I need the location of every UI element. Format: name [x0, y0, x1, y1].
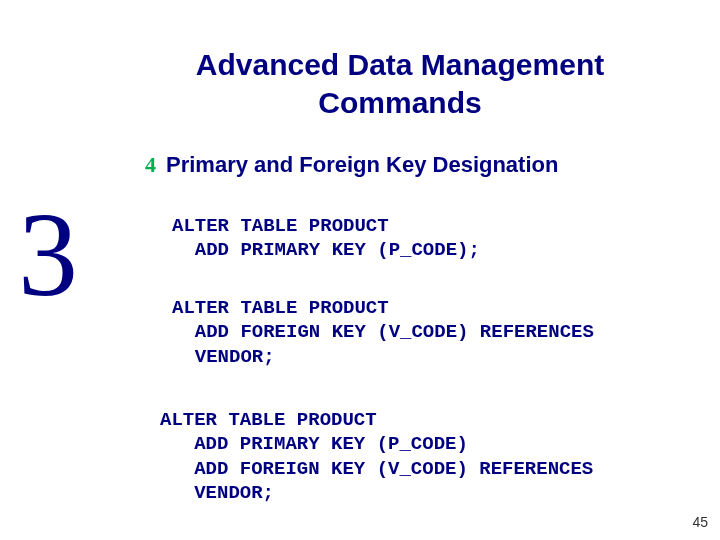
- page-number: 45: [692, 514, 708, 530]
- slide-title: Advanced Data Management Commands: [140, 46, 660, 121]
- bullet-marker-icon: 4: [145, 152, 156, 178]
- bullet-item: 4 Primary and Foreign Key Designation: [145, 152, 558, 178]
- title-line-2: Commands: [318, 86, 481, 119]
- chapter-number: 3: [18, 195, 78, 315]
- sql-code-block-2: ALTER TABLE PRODUCT ADD FOREIGN KEY (V_C…: [172, 296, 594, 369]
- sql-code-block-1: ALTER TABLE PRODUCT ADD PRIMARY KEY (P_C…: [172, 214, 480, 263]
- bullet-text: Primary and Foreign Key Designation: [166, 152, 558, 178]
- title-line-1: Advanced Data Management: [196, 48, 604, 81]
- sql-code-block-3: ALTER TABLE PRODUCT ADD PRIMARY KEY (P_C…: [160, 408, 593, 505]
